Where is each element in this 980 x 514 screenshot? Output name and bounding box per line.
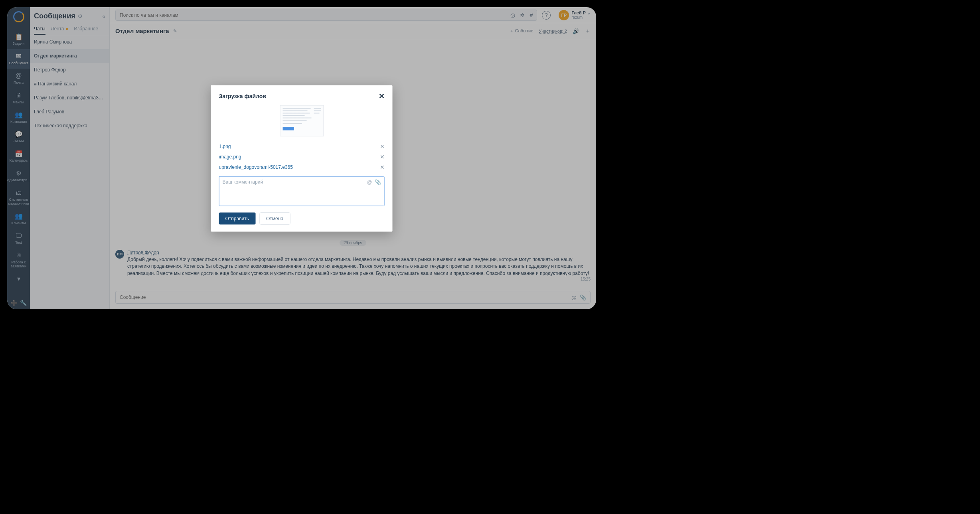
- upload-modal: Загрузка файлов ✕ 1.png ✕ image.png ✕ up…: [211, 85, 393, 231]
- comment-textarea[interactable]: [223, 179, 381, 203]
- file-row: 1.png ✕: [219, 141, 385, 151]
- remove-file-icon[interactable]: ✕: [380, 153, 385, 160]
- modal-title: Загрузка файлов: [219, 93, 267, 99]
- file-row: image.png ✕: [219, 151, 385, 162]
- file-link[interactable]: image.png: [219, 154, 241, 159]
- file-row: upravlenie_dogovorami-5017.e365 ✕: [219, 162, 385, 172]
- remove-file-icon[interactable]: ✕: [380, 143, 385, 149]
- cancel-button[interactable]: Отмена: [259, 212, 290, 224]
- close-icon[interactable]: ✕: [379, 91, 385, 100]
- remove-file-icon[interactable]: ✕: [380, 164, 385, 170]
- file-preview: [280, 105, 324, 136]
- send-button[interactable]: Отправить: [219, 212, 256, 224]
- file-link[interactable]: upravlenie_dogovorami-5017.e365: [219, 164, 293, 170]
- comment-box[interactable]: @ 📎: [219, 176, 385, 206]
- attach-icon[interactable]: 📎: [375, 179, 381, 185]
- file-link[interactable]: 1.png: [219, 143, 231, 149]
- mention-icon[interactable]: @: [367, 179, 372, 185]
